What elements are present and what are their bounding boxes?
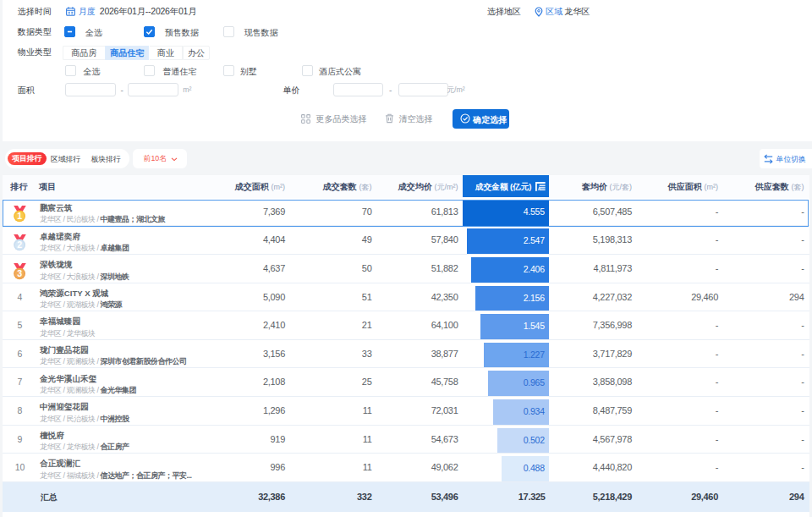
svg-text:3: 3 — [17, 268, 22, 278]
svg-text:1: 1 — [17, 212, 22, 222]
svg-text:2: 2 — [17, 239, 22, 250]
